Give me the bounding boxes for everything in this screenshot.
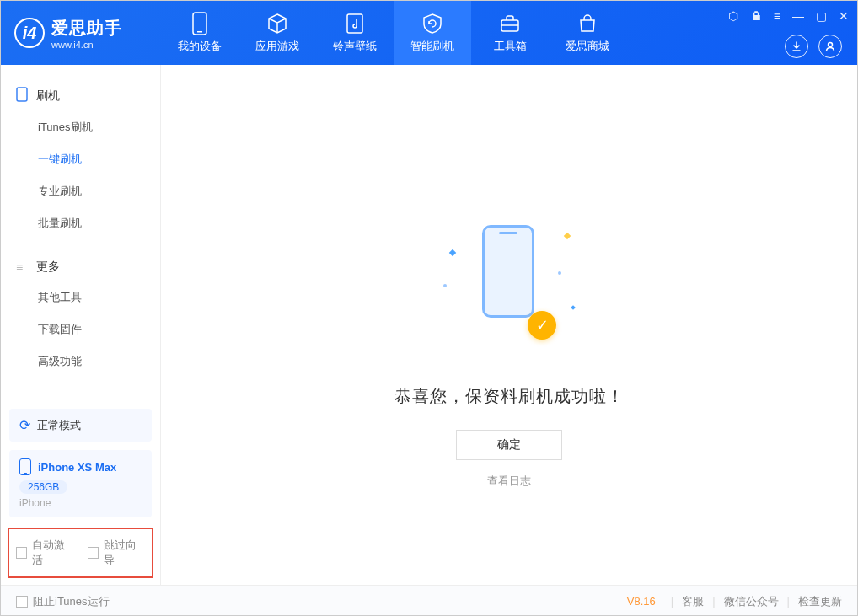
sidebar-item-itunes-flash[interactable]: iTunes刷机 [1, 111, 160, 143]
sidebar-item-advanced[interactable]: 高级功能 [1, 345, 160, 378]
svg-rect-1 [197, 31, 202, 33]
close-button[interactable]: ✕ [839, 9, 849, 23]
sparkle-icon [449, 249, 456, 256]
app-name-cn: 爱思助手 [51, 17, 122, 40]
nav-label: 爱思商城 [566, 39, 609, 54]
sidebar-item-batch-flash[interactable]: 批量刷机 [1, 207, 160, 239]
nav-store[interactable]: 爱思商城 [549, 1, 626, 65]
checkbox-auto-activate[interactable]: 自动激活 [16, 538, 74, 568]
window-controls: ⬡ 🔒︎ ≡ — ▢ ✕ [728, 9, 849, 23]
success-message: 恭喜您，保资料刷机成功啦！ [394, 385, 625, 408]
dot-icon [558, 271, 561, 275]
app-name-en: www.i4.cn [51, 40, 122, 50]
music-file-icon [343, 12, 367, 35]
checkbox-label: 自动激活 [32, 538, 73, 568]
sparkle-icon [564, 233, 571, 239]
svg-point-5 [829, 43, 833, 47]
main-content: ✓ 恭喜您，保资料刷机成功啦！ 确定 查看日志 [161, 65, 857, 585]
list-icon: ≡ [16, 260, 29, 274]
sidebar-item-other-tools[interactable]: 其他工具 [1, 281, 160, 313]
sparkle-icon [571, 305, 576, 310]
link-wechat[interactable]: 微信公众号 [724, 594, 779, 609]
link-support[interactable]: 客服 [682, 594, 704, 609]
checkbox-label: 阻止iTunes运行 [33, 594, 110, 609]
highlighted-options: 自动激活 跳过向导 [8, 528, 153, 578]
nav-label: 应用游戏 [255, 39, 299, 54]
sidebar-section-more[interactable]: ≡ 更多 [1, 253, 160, 281]
phone-icon [19, 458, 31, 475]
sidebar-section-flash[interactable]: 刷机 [1, 80, 160, 111]
cube-icon [265, 12, 289, 35]
section-title: 刷机 [36, 88, 60, 104]
dot-icon [443, 284, 447, 287]
shirt-icon[interactable]: ⬡ [728, 9, 738, 23]
download-button[interactable] [785, 35, 808, 58]
link-check-update[interactable]: 检查更新 [798, 594, 842, 609]
device-name: iPhone XS Max [38, 461, 116, 474]
maximize-button[interactable]: ▢ [816, 9, 827, 23]
sidebar-item-download-firmware[interactable]: 下载固件 [1, 313, 160, 345]
checkbox-icon [16, 547, 27, 559]
lock-icon[interactable]: 🔒︎ [750, 9, 762, 23]
checkbox-icon [88, 547, 99, 559]
svg-rect-6 [17, 88, 27, 101]
device-type: iPhone [19, 497, 142, 509]
sidebar-item-onekey-flash[interactable]: 一键刷机 [1, 143, 160, 175]
nav-toolbox[interactable]: 工具箱 [471, 1, 549, 65]
logo-icon: i4 [14, 18, 45, 48]
status-bar: 阻止iTunes运行 V8.16 | 客服 | 微信公众号 | 检查更新 [1, 585, 857, 616]
version-label: V8.16 [627, 595, 656, 608]
minimize-button[interactable]: — [792, 9, 804, 23]
nav-label: 智能刷机 [410, 39, 454, 54]
checkbox-block-itunes[interactable]: 阻止iTunes运行 [16, 594, 110, 609]
checkbox-skip-guide[interactable]: 跳过向导 [88, 538, 146, 568]
sidebar: 刷机 iTunes刷机 一键刷机 专业刷机 批量刷机 ≡ 更多 其他工具 下载固… [1, 65, 161, 585]
checkbox-icon [16, 596, 28, 608]
section-title: 更多 [36, 260, 60, 275]
nav-label: 我的设备 [178, 39, 222, 54]
toolbox-icon [498, 12, 522, 35]
phone-graphic [482, 225, 534, 318]
header: i4 爱思助手 www.i4.cn 我的设备 应用游戏 铃声壁纸 智能刷机 工具… [1, 1, 857, 65]
logo[interactable]: i4 爱思助手 www.i4.cn [1, 17, 161, 50]
device-mode-row[interactable]: ⟳ 正常模式 [9, 409, 152, 442]
success-illustration: ✓ [467, 225, 551, 335]
nav-apps-games[interactable]: 应用游戏 [239, 1, 316, 65]
nav-label: 工具箱 [494, 39, 527, 54]
checkbox-label: 跳过向导 [104, 538, 145, 568]
nav-ringtone-wallpaper[interactable]: 铃声壁纸 [316, 1, 394, 65]
ok-button[interactable]: 确定 [456, 430, 562, 460]
phone-icon [16, 87, 29, 104]
device-mode: 正常模式 [37, 418, 81, 433]
device-icon [188, 12, 212, 35]
refresh-icon: ⟳ [19, 417, 30, 433]
svg-rect-2 [347, 14, 362, 33]
view-log-link[interactable]: 查看日志 [487, 474, 531, 489]
main-nav: 我的设备 应用游戏 铃声壁纸 智能刷机 工具箱 爱思商城 [161, 1, 626, 65]
refresh-shield-icon [421, 12, 444, 35]
bag-icon [576, 12, 599, 35]
nav-my-device[interactable]: 我的设备 [161, 1, 239, 65]
device-info-row[interactable]: iPhone XS Max 256GB iPhone [9, 450, 152, 517]
check-badge-icon: ✓ [528, 311, 556, 340]
sidebar-item-pro-flash[interactable]: 专业刷机 [1, 175, 160, 207]
menu-icon[interactable]: ≡ [774, 9, 780, 23]
nav-smart-flash[interactable]: 智能刷机 [394, 1, 471, 65]
device-capacity: 256GB [19, 480, 67, 494]
user-button[interactable] [818, 35, 842, 58]
nav-label: 铃声壁纸 [333, 39, 377, 54]
